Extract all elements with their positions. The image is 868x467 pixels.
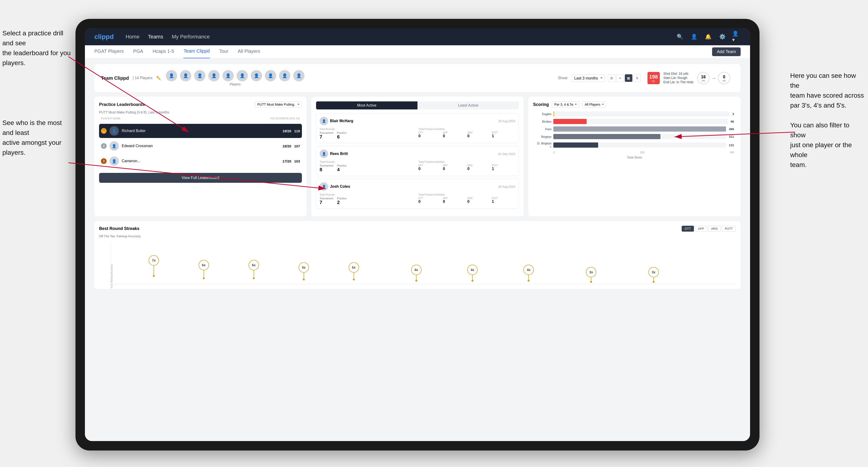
avatar-7[interactable]: 👤 [251, 70, 262, 81]
avatar-8[interactable]: 👤 [265, 70, 276, 81]
bogeys-bar-container [553, 134, 726, 139]
streak-point-4x-3: 4x [523, 264, 534, 282]
pars-bar [553, 126, 726, 132]
view-grid-icon[interactable]: ⊞ [608, 74, 615, 82]
streak-bubble-7x: 7x [149, 255, 159, 266]
shot-circles: 16 yds → 0 yds [697, 72, 730, 84]
arg-button[interactable]: ARG [708, 226, 721, 231]
player-card-josh: 👤 Josh Coles 26 Aug 2023 Total Rounds To… [316, 179, 519, 209]
show-select[interactable]: Last 3 months Last month Last 6 months L… [571, 74, 605, 82]
person-icon[interactable]: 👤 [690, 33, 698, 41]
tab-most-active[interactable]: Most Active [316, 101, 417, 110]
app-button[interactable]: APP [695, 226, 707, 231]
eagles-value: 3 [733, 112, 734, 116]
search-icon[interactable]: 🔍 [676, 33, 684, 41]
account-icon[interactable]: 👤▾ [732, 33, 741, 41]
nav-all-players[interactable]: All Players [238, 45, 260, 58]
practice-leaderboards-panel: Practice Leaderboards PUTT Must Make Put… [94, 97, 307, 216]
ott-3: OTT 0 [418, 197, 442, 204]
pac-stat-vals-3: Tournament 7 Practice 2 [319, 197, 416, 205]
streak-bubble-3x-2: 3x [648, 267, 659, 277]
streaks-subtitle: Off The Tee, Fairway Accuracy [99, 235, 736, 238]
avatar-5[interactable]: 👤 [222, 70, 234, 81]
avatar-3[interactable]: 👤 [194, 70, 206, 81]
drill-select[interactable]: PUTT Must Make Putting... [255, 101, 302, 107]
tournament-col-3: Tournament 7 [319, 197, 333, 205]
pac-name-1: Blair McHarg [330, 119, 353, 123]
double-bogeys-value: 131 [729, 144, 734, 147]
streak-dot-4x-3 [528, 280, 530, 282]
add-team-button[interactable]: Add Team [712, 48, 741, 56]
pars-bar-container [553, 126, 726, 132]
shot-info-card: 198 SC Shot Dist: 16 yds Start Lie: Roug… [644, 69, 734, 87]
shot-arrow: → [711, 75, 716, 81]
scoring-chart: Eagles 3 Birdies 96 [533, 111, 736, 154]
pac-player-2: 👤 Rees Britt [319, 150, 348, 158]
circle2-label: yds [722, 80, 726, 82]
pac-player-1: 👤 Blair McHarg [319, 117, 353, 125]
nav-tour[interactable]: Tour [219, 45, 228, 58]
player-card-rees: 👤 Rees Britt 02 Sep 2023 Total Rounds To… [316, 146, 519, 176]
streak-line-5x-1 [304, 273, 304, 279]
pars-row: Pars 499 [535, 126, 734, 132]
birdies-bar [553, 119, 587, 124]
pac-mini-stats-3: OTT 0 APP 0 ARG 0 [418, 197, 516, 204]
nav-pga[interactable]: PGA [133, 45, 143, 58]
avatar-10[interactable]: 👤 [293, 70, 305, 81]
lb-name-2: Edward Crossman [122, 144, 280, 148]
shot-detail-1: Shot Dist: 16 yds [663, 72, 693, 75]
putt-button[interactable]: PUTT [722, 226, 736, 231]
nav-teams[interactable]: Teams [148, 34, 163, 40]
view-list-icon[interactable]: ≡ [616, 74, 624, 82]
avatar-9[interactable]: 👤 [279, 70, 290, 81]
par-filter-select[interactable]: Par 3, 4 & 5s Par 3s Par 4s Par 5s [552, 101, 579, 107]
edit-icon[interactable]: ✏️ [156, 76, 161, 81]
streak-line-7x [154, 266, 154, 275]
top-nav: clippd Home Teams My Performance 🔍 👤 🔔 ⚙… [85, 28, 750, 45]
lb-row-1[interactable]: 🥇 👤 Richard Butler 19/20 110 [99, 124, 302, 138]
view-card-icon[interactable]: ▦ [625, 74, 632, 82]
streaks-title: Best Round Streaks [99, 226, 140, 231]
view-icons: ⊞ ≡ ▦ ⇅ [608, 74, 641, 82]
bogeys-row: Bogeys 311 [535, 134, 734, 139]
avatar-4[interactable]: 👤 [208, 70, 220, 81]
lb-avatar-3: 👤 [110, 156, 119, 166]
nav-my-performance[interactable]: My Performance [172, 34, 210, 40]
nav-logo: clippd [94, 33, 114, 40]
streaks-panel: Best Round Streaks OTT APP ARG PUTT Off … [94, 221, 741, 289]
nav-pgat[interactable]: PGAT Players [94, 45, 124, 58]
avatar-1[interactable]: 👤 [166, 70, 177, 81]
tab-least-active[interactable]: Least Active [417, 101, 519, 110]
bell-icon[interactable]: 🔔 [704, 33, 712, 41]
total-rounds-group-3: Total Rounds Tournament 7 Practice 2 [319, 193, 416, 205]
streak-point-5x-1: 5x [299, 262, 309, 280]
pac-stat-vals-1: Tournament 7 Practice 6 [319, 131, 416, 139]
streak-line-5x-2 [353, 273, 354, 279]
nav-home[interactable]: Home [125, 34, 140, 40]
annotation-left-2: See who is the most and leastactive amon… [2, 118, 71, 158]
circle1-value: 16 [701, 74, 706, 80]
pac-player-3: 👤 Josh Coles [319, 182, 350, 191]
avatar-2[interactable]: 👤 [180, 70, 191, 81]
scoring-title: Scoring [533, 102, 549, 107]
avatar-6[interactable]: 👤 [237, 70, 248, 81]
players-filter-select[interactable]: All Players [582, 101, 607, 107]
streak-line-6x-1 [204, 270, 204, 277]
streak-dot-5x-1 [303, 279, 305, 280]
nav-hcaps[interactable]: Hcaps 1-5 [153, 45, 174, 58]
lb-avatar-1: 👤 [110, 126, 119, 135]
lb-row-3[interactable]: 3 👤 Cameron... 17/20 103 [99, 154, 302, 168]
chart-x-labels: 0 200 400 [553, 151, 734, 154]
activity-panel: Most Active Least Active 👤 Blair McHarg … [311, 97, 524, 216]
app-1: APP 0 [443, 131, 467, 138]
lb-row-2[interactable]: 2 👤 Edward Crossman 18/20 107 [99, 139, 302, 153]
view-sort-icon[interactable]: ⇅ [633, 74, 641, 82]
view-leaderboard-button[interactable]: View Full Leaderboard [99, 173, 302, 183]
pac-name-2: Rees Britt [330, 152, 348, 156]
nav-team-clippd[interactable]: Team Clippd [184, 45, 210, 58]
rank-badge-2: 2 [101, 143, 106, 149]
ott-button[interactable]: OTT [682, 226, 694, 231]
pac-avatar-2: 👤 [319, 150, 328, 158]
settings-icon[interactable]: ⚙️ [718, 33, 726, 41]
app-2: APP 0 [443, 164, 467, 171]
